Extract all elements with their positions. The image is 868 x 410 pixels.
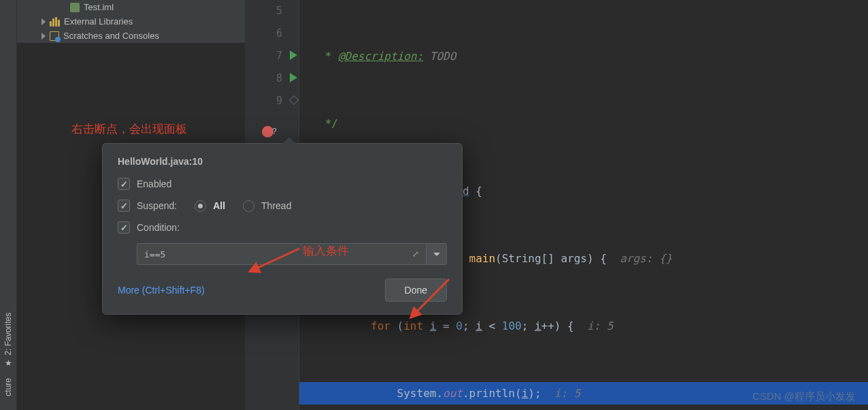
enabled-checkbox[interactable] <box>118 178 130 190</box>
annotation-arrow-icon <box>408 276 456 320</box>
tree-label: External Libraries <box>64 16 133 27</box>
star-icon: ★ <box>3 358 13 367</box>
run-gutter-icon[interactable] <box>290 50 297 60</box>
favorites-tab[interactable]: ★ 2: Favorites <box>1 307 15 373</box>
run-gutter-icon[interactable] <box>290 73 297 82</box>
watermark: CSDN @程序员小发发 <box>752 390 856 403</box>
line-number: 5 <box>245 0 282 22</box>
condition-value: i==5 <box>144 249 165 259</box>
tree-item-scratches[interactable]: Scratches and Consoles <box>22 29 239 43</box>
all-label: All <box>213 200 225 211</box>
annotation-input-condition: 输入条件 <box>303 243 349 259</box>
thread-label: Thread <box>261 200 291 211</box>
code-line: * @Description: TODO <box>318 45 868 67</box>
popup-title: HelloWorld.java:10 <box>118 156 447 167</box>
file-label: Test.iml <box>84 2 114 12</box>
scratch-icon <box>50 31 59 41</box>
code-line: for (int i = 0; i < 100; i++) { i: 5 <box>318 315 868 337</box>
code-line: */ <box>318 112 868 135</box>
library-icon <box>50 17 60 27</box>
tree-label: Scratches and Consoles <box>63 31 159 41</box>
expand-arrow-icon[interactable] <box>41 18 46 25</box>
structure-label: cture <box>3 378 13 396</box>
line-number: 8 <box>245 67 282 90</box>
condition-label: Condition: <box>137 222 180 233</box>
fold-icon[interactable] <box>289 95 299 105</box>
svg-line-0 <box>255 249 299 269</box>
tree-item-file[interactable]: Test.iml <box>22 0 239 14</box>
file-icon <box>70 3 80 12</box>
line-number: 6 <box>245 22 282 45</box>
svg-line-1 <box>415 279 449 313</box>
more-link[interactable]: More (Ctrl+Shift+F8) <box>118 285 205 296</box>
line-number: 7 <box>245 45 282 67</box>
condition-checkbox[interactable] <box>118 221 130 234</box>
annotation-arrow-icon <box>248 245 303 279</box>
chevron-down-icon <box>433 253 440 256</box>
suspend-label: Suspend: <box>137 200 177 211</box>
expand-icon[interactable]: ⤢ <box>412 249 419 259</box>
favorites-label: 2: Favorites <box>3 313 13 356</box>
suspend-thread-radio[interactable] <box>243 200 254 212</box>
suspend-checkbox[interactable] <box>118 200 130 212</box>
suspend-all-radio[interactable] <box>195 200 206 212</box>
condition-row: Condition: <box>118 221 447 234</box>
breakpoint-condition-mark: ? <box>272 127 277 136</box>
tree-item-external-libs[interactable]: External Libraries <box>22 14 239 29</box>
structure-tab[interactable]: cture <box>1 373 15 396</box>
project-tree: Test.iml External Libraries Scratches an… <box>17 0 245 43</box>
enabled-label: Enabled <box>137 178 171 189</box>
enabled-row: Enabled <box>118 178 447 190</box>
expand-arrow-icon[interactable] <box>41 33 46 40</box>
condition-dropdown[interactable] <box>427 243 447 265</box>
left-tool-sidebar: ★ 2: Favorites cture <box>0 0 17 410</box>
popup-footer: More (Ctrl+Shift+F8) Done <box>118 279 447 302</box>
annotation-right-click: 右击断点，会出现面板 <box>71 121 187 137</box>
line-number: 9 <box>245 90 282 112</box>
suspend-row: Suspend: All Thread <box>118 200 447 212</box>
